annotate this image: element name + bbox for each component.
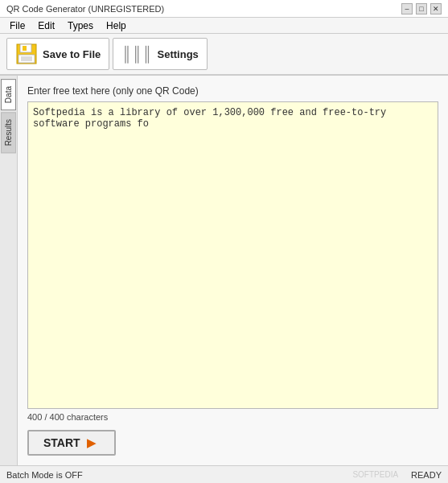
save-file-svg-icon (16, 43, 37, 64)
settings-icon: ║║║ (121, 46, 152, 63)
start-label: START (43, 436, 80, 449)
menu-edit[interactable]: Edit (31, 19, 61, 33)
play-icon: ▶ (87, 436, 96, 449)
start-button[interactable]: START ▶ (27, 430, 116, 456)
batch-mode-status: Batch Mode is OFF (6, 470, 83, 480)
settings-label: Settings (158, 48, 199, 60)
text-input[interactable] (27, 101, 438, 409)
menu-file[interactable]: File (3, 19, 31, 33)
char-count: 400 / 400 characters (27, 412, 438, 422)
main-area: Data Results Enter free text here (only … (0, 76, 448, 465)
menu-bar: File Edit Types Help (0, 18, 448, 34)
save-to-file-label: Save to File (43, 48, 101, 60)
window-controls: – □ ✕ (401, 3, 442, 14)
window-title: QR Code Generator (UNREGISTERED) (6, 4, 401, 14)
tab-data[interactable]: Data (1, 79, 16, 110)
menu-types[interactable]: Types (61, 19, 100, 33)
settings-button[interactable]: ║║║ Settings (113, 38, 208, 70)
svg-rect-4 (21, 56, 32, 61)
instruction-label: Enter free text here (only one QR Code) (27, 85, 438, 97)
minimize-button[interactable]: – (401, 3, 413, 14)
save-to-file-button[interactable]: Save to File (6, 38, 109, 70)
text-area-wrapper (27, 101, 438, 409)
toolbar: Save to File ║║║ Settings (0, 34, 448, 76)
save-icon (15, 43, 38, 65)
tab-results[interactable]: Results (1, 112, 16, 153)
menu-help[interactable]: Help (100, 19, 133, 33)
ready-status: READY (411, 470, 442, 480)
status-right: SOFTPEDIA READY (352, 470, 442, 480)
maximize-button[interactable]: □ (416, 3, 427, 14)
status-bar: Batch Mode is OFF SOFTPEDIA READY (0, 465, 448, 483)
content-panel: Enter free text here (only one QR Code) … (18, 76, 448, 465)
watermark-label: SOFTPEDIA (352, 470, 398, 480)
title-bar: QR Code Generator (UNREGISTERED) – □ ✕ (0, 0, 448, 18)
side-tabs: Data Results (0, 76, 18, 465)
close-button[interactable]: ✕ (430, 3, 442, 14)
svg-rect-2 (23, 46, 27, 51)
